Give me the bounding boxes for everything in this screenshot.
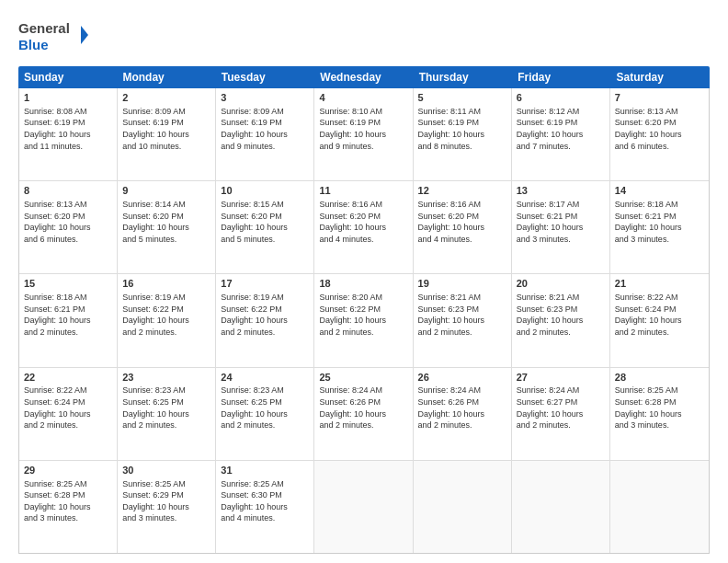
cell-info: Sunset: 6:20 PM bbox=[615, 117, 704, 129]
cell-info: Sunrise: 8:25 AM bbox=[221, 478, 309, 490]
header-friday: Friday bbox=[512, 66, 610, 88]
calendar-row: 15Sunrise: 8:18 AMSunset: 6:21 PMDayligh… bbox=[19, 274, 709, 367]
cell-info: Daylight: 10 hours bbox=[122, 315, 210, 327]
cell-info: Sunrise: 8:19 AM bbox=[221, 292, 309, 304]
header-monday: Monday bbox=[117, 66, 215, 88]
day-number: 21 bbox=[615, 277, 704, 291]
day-number: 22 bbox=[24, 371, 112, 385]
header-tuesday: Tuesday bbox=[216, 66, 314, 88]
cell-info: and 7 minutes. bbox=[517, 141, 605, 153]
cell-info: Sunset: 6:29 PM bbox=[122, 489, 210, 501]
cell-info: Sunrise: 8:13 AM bbox=[615, 106, 704, 118]
empty-cell bbox=[512, 461, 610, 553]
cell-info: Sunset: 6:19 PM bbox=[122, 117, 210, 129]
cell-info: Sunset: 6:24 PM bbox=[24, 396, 112, 408]
calendar-row: 22Sunrise: 8:22 AMSunset: 6:24 PMDayligh… bbox=[19, 368, 709, 461]
cell-info: Sunset: 6:30 PM bbox=[221, 489, 309, 501]
calendar-row: 1Sunrise: 8:08 AMSunset: 6:19 PMDaylight… bbox=[19, 88, 709, 181]
cell-info: Daylight: 10 hours bbox=[517, 222, 605, 234]
cell-info: Sunset: 6:20 PM bbox=[319, 211, 407, 223]
day-number: 9 bbox=[122, 184, 210, 198]
calendar: Sunday Monday Tuesday Wednesday Thursday… bbox=[18, 66, 710, 554]
cell-info: and 3 minutes. bbox=[517, 234, 605, 246]
day-number: 29 bbox=[24, 464, 112, 477]
cell-info: and 11 minutes. bbox=[24, 141, 112, 153]
cell-info: Sunrise: 8:09 AM bbox=[221, 106, 309, 118]
table-row: 8Sunrise: 8:13 AMSunset: 6:20 PMDaylight… bbox=[19, 181, 118, 273]
cell-info: Sunset: 6:22 PM bbox=[122, 304, 210, 316]
cell-info: Daylight: 10 hours bbox=[319, 129, 407, 141]
cell-info: Daylight: 10 hours bbox=[122, 129, 210, 141]
table-row: 20Sunrise: 8:21 AMSunset: 6:23 PMDayligh… bbox=[512, 274, 610, 366]
day-number: 2 bbox=[122, 91, 210, 105]
cell-info: Sunrise: 8:22 AM bbox=[24, 385, 112, 396]
cell-info: Daylight: 10 hours bbox=[122, 501, 210, 513]
cell-info: and 2 minutes. bbox=[24, 419, 112, 431]
day-number: 16 bbox=[122, 277, 210, 291]
cell-info: Sunset: 6:21 PM bbox=[517, 211, 605, 223]
cell-info: and 2 minutes. bbox=[319, 419, 407, 431]
day-number: 25 bbox=[319, 371, 407, 385]
cell-info: Sunrise: 8:18 AM bbox=[24, 292, 112, 304]
header-sunday: Sunday bbox=[18, 66, 117, 88]
cell-info: Sunrise: 8:13 AM bbox=[24, 199, 112, 211]
header-saturday: Saturday bbox=[611, 66, 710, 88]
cell-info: Daylight: 10 hours bbox=[24, 315, 112, 327]
cell-info: Sunset: 6:20 PM bbox=[122, 211, 210, 223]
cell-info: and 2 minutes. bbox=[517, 419, 605, 431]
table-row: 22Sunrise: 8:22 AMSunset: 6:24 PMDayligh… bbox=[19, 368, 118, 460]
cell-info: Sunrise: 8:25 AM bbox=[615, 385, 704, 396]
cell-info: Daylight: 10 hours bbox=[517, 129, 605, 141]
empty-cell bbox=[314, 461, 413, 553]
table-row: 2Sunrise: 8:09 AMSunset: 6:19 PMDaylight… bbox=[118, 88, 216, 180]
table-row: 4Sunrise: 8:10 AMSunset: 6:19 PMDaylight… bbox=[314, 88, 413, 180]
day-number: 27 bbox=[517, 371, 605, 385]
table-row: 21Sunrise: 8:22 AMSunset: 6:24 PMDayligh… bbox=[610, 274, 709, 366]
cell-info: Sunset: 6:19 PM bbox=[517, 117, 605, 129]
cell-info: Sunrise: 8:18 AM bbox=[615, 199, 704, 211]
cell-info: and 2 minutes. bbox=[418, 419, 506, 431]
cell-info: Sunrise: 8:23 AM bbox=[122, 385, 210, 396]
cell-info: and 4 minutes. bbox=[418, 234, 506, 246]
table-row: 16Sunrise: 8:19 AMSunset: 6:22 PMDayligh… bbox=[118, 274, 216, 366]
svg-text:General: General bbox=[18, 20, 70, 36]
day-number: 28 bbox=[615, 371, 704, 385]
day-number: 10 bbox=[221, 184, 309, 198]
cell-info: Sunrise: 8:16 AM bbox=[418, 199, 506, 211]
day-number: 13 bbox=[517, 184, 605, 198]
cell-info: and 3 minutes. bbox=[24, 512, 112, 524]
cell-info: Daylight: 10 hours bbox=[122, 408, 210, 420]
day-number: 1 bbox=[24, 91, 112, 105]
cell-info: Daylight: 10 hours bbox=[221, 408, 309, 420]
cell-info: and 2 minutes. bbox=[418, 327, 506, 339]
cell-info: and 10 minutes. bbox=[122, 141, 210, 153]
cell-info: Daylight: 10 hours bbox=[418, 408, 506, 420]
header: General Blue bbox=[18, 17, 710, 57]
table-row: 24Sunrise: 8:23 AMSunset: 6:25 PMDayligh… bbox=[216, 368, 314, 460]
cell-info: Daylight: 10 hours bbox=[221, 129, 309, 141]
cell-info: Daylight: 10 hours bbox=[221, 222, 309, 234]
cell-info: Daylight: 10 hours bbox=[418, 315, 506, 327]
cell-info: Sunset: 6:25 PM bbox=[221, 396, 309, 408]
table-row: 31Sunrise: 8:25 AMSunset: 6:30 PMDayligh… bbox=[216, 461, 314, 553]
cell-info: Sunrise: 8:08 AM bbox=[24, 106, 112, 118]
cell-info: Sunset: 6:21 PM bbox=[615, 211, 704, 223]
day-number: 14 bbox=[615, 184, 704, 198]
header-wednesday: Wednesday bbox=[314, 66, 413, 88]
cell-info: Sunset: 6:20 PM bbox=[221, 211, 309, 223]
table-row: 7Sunrise: 8:13 AMSunset: 6:20 PMDaylight… bbox=[610, 88, 709, 180]
table-row: 1Sunrise: 8:08 AMSunset: 6:19 PMDaylight… bbox=[19, 88, 118, 180]
table-row: 25Sunrise: 8:24 AMSunset: 6:26 PMDayligh… bbox=[314, 368, 413, 460]
table-row: 5Sunrise: 8:11 AMSunset: 6:19 PMDaylight… bbox=[414, 88, 512, 180]
day-number: 23 bbox=[122, 371, 210, 385]
cell-info: Daylight: 10 hours bbox=[24, 408, 112, 420]
cell-info: Daylight: 10 hours bbox=[517, 315, 605, 327]
cell-info: and 6 minutes. bbox=[24, 234, 112, 246]
table-row: 13Sunrise: 8:17 AMSunset: 6:21 PMDayligh… bbox=[512, 181, 610, 273]
cell-info: and 2 minutes. bbox=[122, 419, 210, 431]
table-row: 6Sunrise: 8:12 AMSunset: 6:19 PMDaylight… bbox=[512, 88, 610, 180]
cell-info: and 3 minutes. bbox=[122, 512, 210, 524]
cell-info: Daylight: 10 hours bbox=[418, 129, 506, 141]
cell-info: and 2 minutes. bbox=[615, 327, 704, 339]
cell-info: Sunrise: 8:17 AM bbox=[517, 199, 605, 211]
